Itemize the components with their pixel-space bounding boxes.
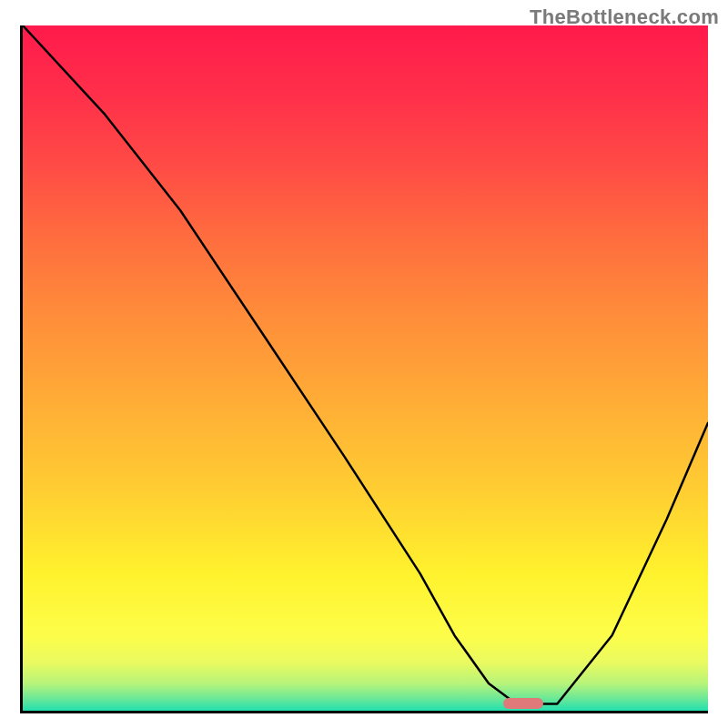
optimal-point-marker <box>503 698 543 709</box>
bottleneck-curve-svg <box>23 25 708 711</box>
chart-plot-area <box>20 25 708 713</box>
bottleneck-curve-path <box>23 25 708 704</box>
